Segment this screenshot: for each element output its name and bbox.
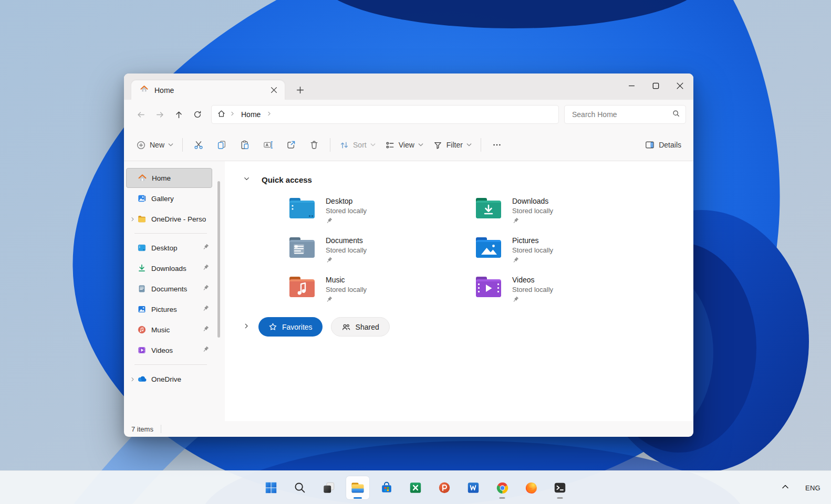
downloads-folder-icon (474, 196, 503, 220)
taskbar: ENG (0, 470, 831, 504)
address-bar[interactable]: Home (211, 105, 559, 124)
sidebar-item-gallery[interactable]: Gallery (126, 188, 212, 208)
new-button-label: New (150, 141, 164, 149)
sort-button-label: Sort (353, 141, 367, 149)
maximize-button[interactable] (643, 74, 668, 98)
file-explorer-button[interactable] (346, 476, 369, 499)
sidebar-separator (134, 233, 207, 234)
sidebar-item-pictures[interactable]: Pictures (126, 299, 212, 319)
chrome-button[interactable] (491, 476, 514, 499)
new-button[interactable]: New (131, 136, 178, 154)
forward-icon[interactable] (150, 105, 169, 124)
pin-icon (326, 217, 367, 226)
sidebar-item-home[interactable]: Home (126, 168, 212, 188)
filter-funnel-icon (433, 140, 443, 150)
terminal-button[interactable] (548, 476, 572, 499)
sidebar-item-videos[interactable]: Videos (126, 340, 212, 360)
search-box[interactable] (564, 105, 686, 124)
language-indicator[interactable]: ENG (805, 484, 820, 492)
favorites-pivot-button[interactable]: Favorites (258, 317, 323, 337)
section-title[interactable]: Quick access (262, 175, 312, 184)
close-button[interactable] (668, 74, 692, 98)
sidebar-item-documents[interactable]: Documents (126, 279, 212, 299)
start-button[interactable] (259, 476, 283, 499)
expand-chevron-icon[interactable] (128, 376, 137, 382)
home-icon (137, 173, 148, 183)
filter-button-label: Filter (446, 141, 463, 149)
view-list-icon (385, 140, 395, 150)
pin-icon (202, 264, 209, 273)
sidebar-item-onedrive-personal[interactable]: OneDrive - Perso (126, 209, 212, 229)
expand-chevron-icon[interactable] (243, 322, 250, 332)
copy-icon[interactable] (210, 135, 233, 155)
up-icon[interactable] (169, 105, 188, 124)
pin-icon (512, 256, 553, 266)
music-folder-icon (288, 275, 316, 299)
shared-pivot-button[interactable]: Shared (331, 317, 390, 337)
word-button[interactable] (462, 476, 485, 499)
more-options-icon[interactable] (485, 135, 508, 155)
refresh-icon[interactable] (188, 105, 207, 124)
powerpoint-button[interactable] (433, 476, 456, 499)
sidebar-item-onedrive[interactable]: OneDrive (126, 369, 212, 389)
minimize-button[interactable] (619, 74, 643, 98)
details-button[interactable]: Details (640, 135, 686, 154)
view-button-label: View (399, 141, 414, 149)
filter-button[interactable]: Filter (428, 136, 476, 154)
tab-home[interactable]: Home (131, 80, 285, 100)
folder-tile-downloads[interactable]: Downloads Stored locally (474, 196, 661, 225)
paste-icon[interactable] (233, 135, 256, 155)
search-button[interactable] (288, 476, 311, 499)
pivot-row: Favorites Shared (243, 317, 693, 337)
back-icon[interactable] (131, 105, 150, 124)
expand-chevron-icon[interactable] (128, 216, 137, 222)
chevron-down-icon (418, 143, 423, 147)
breadcrumb-item-home[interactable]: Home (239, 110, 263, 119)
folder-tile-videos[interactable]: Videos Stored locally (474, 275, 661, 303)
toolbar-divider (481, 138, 481, 152)
excel-button[interactable] (404, 476, 427, 499)
share-icon[interactable] (279, 135, 303, 155)
sidebar-scrollbar[interactable] (217, 181, 220, 338)
breadcrumb-chevron-icon[interactable] (229, 110, 236, 119)
sidebar-separator (134, 364, 207, 365)
search-input[interactable] (572, 110, 672, 119)
tab-close-icon[interactable] (267, 83, 281, 97)
music-icon (137, 325, 147, 334)
rename-icon[interactable] (256, 135, 279, 155)
sidebar-item-desktop[interactable]: Desktop (126, 238, 212, 258)
collapse-chevron-icon[interactable] (243, 175, 251, 185)
window-controls (619, 74, 692, 98)
cut-icon[interactable] (187, 135, 210, 155)
tile-name: Desktop (326, 196, 367, 206)
folder-tile-desktop[interactable]: Desktop Stored locally (288, 196, 474, 225)
search-icon[interactable] (672, 109, 680, 120)
firefox-button[interactable] (520, 476, 543, 499)
tab-title: Home (154, 86, 267, 94)
item-count: 7 items (131, 425, 153, 433)
sidebar-item-downloads[interactable]: Downloads (126, 258, 212, 278)
tile-name: Downloads (512, 196, 553, 206)
folder-tile-music[interactable]: Music Stored locally (288, 275, 474, 303)
pin-icon (512, 217, 553, 226)
status-divider (161, 425, 161, 433)
sort-button[interactable]: Sort (335, 136, 380, 154)
chevron-down-icon (466, 143, 472, 147)
taskbar-tray: ENG (781, 471, 820, 504)
file-explorer-window: Home (124, 74, 693, 437)
view-button[interactable]: View (380, 136, 428, 154)
tray-chevron-up-icon[interactable] (781, 483, 790, 492)
store-button[interactable] (375, 476, 398, 499)
new-tab-button[interactable] (292, 82, 308, 98)
breadcrumb-home-icon[interactable] (217, 109, 226, 120)
pin-icon (202, 284, 209, 293)
task-view-button[interactable] (317, 476, 340, 499)
pin-icon (202, 345, 209, 355)
sidebar-item-music[interactable]: Music (126, 320, 212, 340)
breadcrumb-chevron-icon[interactable] (266, 110, 273, 119)
toolbar-divider (182, 138, 183, 152)
delete-icon[interactable] (303, 135, 326, 155)
chevron-down-icon (370, 143, 376, 147)
folder-tile-documents[interactable]: Documents Stored locally (288, 236, 474, 264)
folder-tile-pictures[interactable]: Pictures Stored locally (474, 236, 661, 264)
